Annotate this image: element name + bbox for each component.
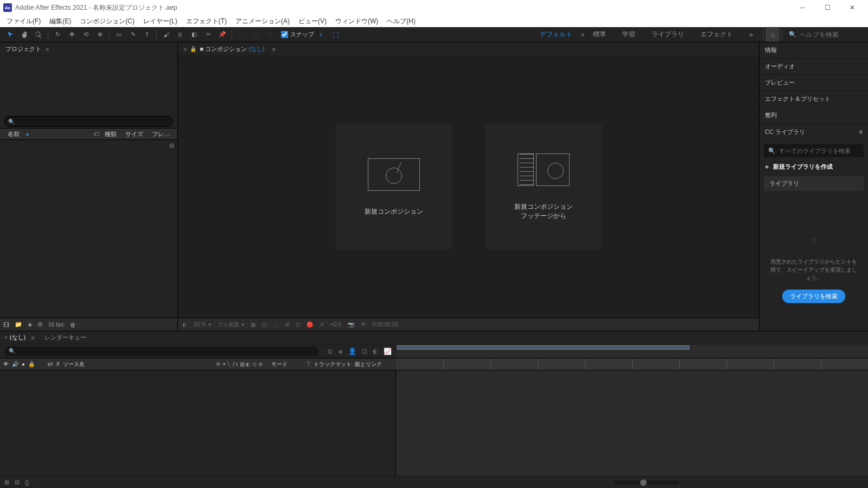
ws-effects[interactable]: エフェクト (693, 28, 741, 41)
panel-menu-icon[interactable]: ≡ (272, 46, 276, 53)
interpret-icon[interactable]: 🎞 (3, 322, 9, 328)
col-mode[interactable]: モード (271, 361, 304, 368)
work-area-bar[interactable] (396, 344, 868, 358)
search-library-button[interactable]: ライブラリを検索 (782, 290, 845, 303)
snap-option-1-icon[interactable]: ⫯ (314, 28, 328, 42)
time-ruler[interactable] (396, 358, 868, 370)
timeline-tab-none[interactable]: ×(なし)≡ (4, 333, 35, 342)
col-trackmatte[interactable]: トラックマット (314, 361, 352, 368)
timecode[interactable]: 0:00:00:00 (373, 322, 398, 328)
render-queue-tab[interactable]: レンダーキュー (44, 333, 86, 342)
eraser-tool[interactable]: ◧ (187, 28, 201, 42)
clone-tool[interactable]: ⎘ (173, 28, 187, 42)
snap-checkbox[interactable] (281, 31, 288, 38)
panel-menu-icon[interactable]: ≡ (859, 129, 863, 135)
menu-file[interactable]: ファイル(F) (2, 16, 45, 27)
lib-search[interactable]: 🔍 (764, 144, 864, 157)
new-library-button[interactable]: ＋ 新規ライブラリを作成 (764, 163, 864, 171)
region-icon[interactable]: ⬚ (273, 322, 278, 328)
col-source[interactable]: ソース名 (63, 361, 139, 368)
menu-layer[interactable]: レイヤー(L) (139, 16, 182, 27)
panel-menu-icon[interactable]: ≡ (46, 46, 49, 53)
minimize-button[interactable]: ─ (790, 0, 815, 15)
help-search-input[interactable] (800, 31, 865, 38)
menu-animation[interactable]: アニメーション(A) (231, 16, 294, 27)
ws-library[interactable]: ライブラリ (644, 28, 692, 41)
anchor-tool[interactable]: ⊕ (93, 28, 107, 42)
draft3d-icon[interactable]: ◈ (338, 348, 343, 355)
menu-window[interactable]: ウィンドウ(W) (331, 16, 382, 27)
col-type[interactable]: 種類 (101, 130, 120, 138)
flowchart-icon[interactable]: ⊟ (169, 142, 174, 149)
project-list[interactable]: ⊟ (0, 140, 177, 318)
panel-cc-libraries[interactable]: CC ライブラリ ≡ (760, 124, 868, 140)
resolution[interactable]: フル画質 ▾ (218, 321, 244, 329)
timeline-search[interactable]: 🔍 (4, 346, 319, 356)
comp-tab[interactable]: × 🔒 ■ コンポジション (なし) ≡ (178, 42, 759, 56)
library-tab[interactable]: ライブラリ (764, 176, 864, 191)
close-tab-icon[interactable]: × (183, 46, 187, 53)
new-comp-from-footage-card[interactable]: 新規コンポジションフッテージから (485, 125, 602, 249)
rectangle-tool[interactable]: ▭ (112, 28, 126, 42)
ws-learn[interactable]: 学習 (615, 28, 643, 41)
lib-search-input[interactable] (779, 147, 859, 154)
axis-world-icon[interactable]: ⬚ (248, 28, 263, 42)
lock-icon[interactable]: 🔒 (190, 46, 196, 52)
project-search[interactable]: 🔍 (4, 116, 173, 127)
orbit-tool[interactable]: ↻ (50, 28, 65, 42)
panel-effects-presets[interactable]: エフェクト＆プリセット (760, 91, 868, 107)
exposure[interactable]: +0.0 (330, 322, 341, 328)
zoom-tool[interactable] (31, 28, 46, 42)
panel-preview[interactable]: プレビュー (760, 75, 868, 91)
menu-help[interactable]: ヘルプ(H) (382, 16, 420, 27)
text-tool[interactable]: T (140, 28, 154, 42)
col-framerate[interactable]: フレ… (149, 130, 173, 138)
rotate-tool[interactable]: ⟲ (79, 28, 93, 42)
col-parent[interactable]: 親とリンク (355, 361, 393, 368)
ws-default[interactable]: デフォルト (532, 28, 580, 41)
project-tab[interactable]: プロジェクト ≡ (0, 42, 177, 56)
ws-overflow[interactable]: » (742, 29, 761, 41)
panel-align[interactable]: 整列 (760, 107, 868, 124)
magnification[interactable]: 50 % ▾ (194, 322, 211, 328)
motion-blur-icon[interactable]: ◐ (373, 348, 378, 355)
toggle-modes-icon[interactable]: ⊟ (15, 479, 20, 486)
snap-toggle[interactable]: スナップ (281, 30, 314, 38)
col-size[interactable]: サイズ (122, 130, 146, 138)
layer-list[interactable] (0, 370, 396, 476)
channel-icon[interactable]: 🔴 (307, 322, 313, 328)
toggle-alpha-icon[interactable]: ◐ (182, 322, 187, 328)
comp-flowchart-icon[interactable]: ⧉ (328, 348, 333, 355)
puppet-tool[interactable]: 📌 (215, 28, 229, 42)
show-snapshot-icon[interactable]: 👁 (361, 322, 366, 328)
snapshot-icon[interactable]: 📷 (348, 322, 354, 328)
panel-info[interactable]: 情報 (760, 42, 868, 59)
maximize-button[interactable]: ☐ (815, 0, 840, 15)
hand-tool[interactable] (17, 28, 31, 42)
toggle-switches-icon[interactable]: ⊞ (4, 479, 9, 486)
menu-edit[interactable]: 編集(E) (45, 16, 75, 27)
close-button[interactable]: ✕ (840, 0, 865, 15)
guides-icon[interactable]: ⊡ (296, 322, 300, 328)
ws-standard[interactable]: 標準 (585, 28, 614, 41)
trash-icon[interactable]: 🗑 (70, 322, 76, 328)
axis-view-icon[interactable]: ⬚ (263, 28, 277, 42)
shy-icon[interactable]: 👤 (348, 348, 356, 355)
panel-audio[interactable]: オーディオ (760, 59, 868, 75)
new-composition-card[interactable]: 新規コンポジション (335, 125, 452, 249)
col-name[interactable]: 名前 (4, 130, 23, 138)
menu-effect[interactable]: エフェクト(T) (182, 16, 231, 27)
comp-icon[interactable]: ◈ (28, 321, 32, 328)
timeline-zoom-slider[interactable] (614, 480, 679, 485)
home-button[interactable]: ⌂ (765, 28, 780, 42)
brush-tool[interactable]: 🖌 (159, 28, 173, 42)
pen-tool[interactable]: ✎ (126, 28, 140, 42)
reset-exposure-icon[interactable]: ↺ (320, 322, 324, 328)
menu-view[interactable]: ビュー(V) (294, 16, 331, 27)
axis-local-icon[interactable]: ⬚ (234, 28, 248, 42)
frame-blend-icon[interactable]: ⊡ (362, 348, 367, 355)
graph-editor-icon[interactable]: 📈 (384, 348, 392, 355)
pan-behind-tool[interactable]: ✥ (65, 28, 79, 42)
mask-icon[interactable]: ◰ (262, 322, 267, 328)
grid-icon[interactable]: ⊞ (285, 322, 289, 328)
